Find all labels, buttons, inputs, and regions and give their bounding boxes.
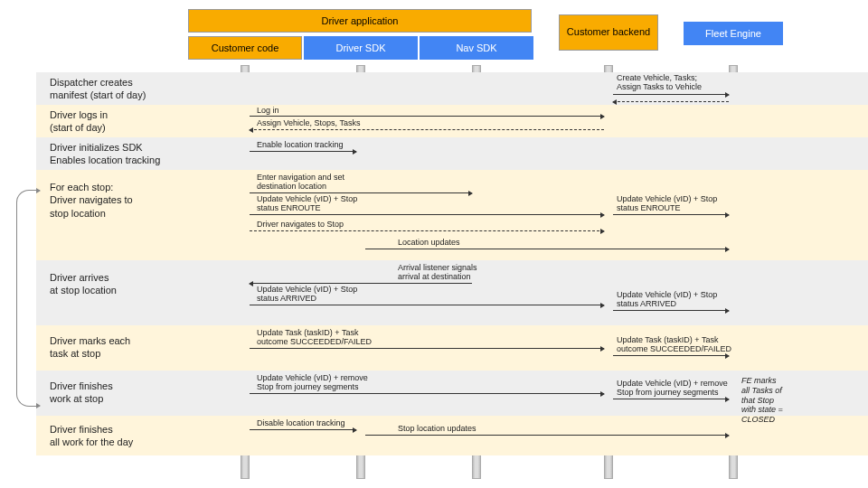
msg-navigates: Driver navigates to Stop (257, 221, 344, 230)
arrow-update-task2 (613, 355, 729, 356)
row-label-7: Driver finishes work at stop (50, 380, 113, 406)
msg-create-vehicle: Create Vehicle, Tasks; Assign Tasks to V… (617, 74, 702, 92)
arrow-update-arrived (250, 305, 604, 305)
msg-update-arrived: Update Vehicle (vID) + Stop status ARRIV… (257, 286, 357, 304)
msg-enter-nav: Enter navigation and set destination loc… (257, 174, 344, 192)
row-label-1: Dispatcher creates manifest (start of da… (50, 76, 146, 102)
header-customer-code: Customer code (188, 36, 302, 60)
arrow-update-enroute2 (613, 214, 729, 215)
msg-update-enroute: Update Vehicle (vID) + Stop status ENROU… (257, 195, 357, 213)
msg-disable-tracking: Disable location tracking (257, 419, 345, 428)
arrow-create-vehicle-return (613, 101, 729, 102)
fe-note: FE marks all Tasks of that Stop with sta… (741, 376, 796, 425)
msg-assign-vehicle: Assign Vehicle, Stops, Tasks (257, 119, 360, 128)
msg-arrival-listener: Arrival listener signals arrival at dest… (398, 264, 477, 282)
msg-update-enroute2: Update Vehicle (vID) + Stop status ENROU… (617, 195, 717, 213)
header-nav-sdk: Nav SDK (420, 36, 533, 60)
arrow-stop-loc-updates (365, 435, 729, 436)
msg-update-task: Update Task (taskID) + Task outcome SUCC… (257, 329, 372, 347)
row-label-4: For each stop: Driver navigates to stop … (50, 181, 133, 220)
arrow-enable-tracking (250, 151, 356, 152)
loop-indicator (16, 190, 40, 407)
header-driver-application: Driver application (188, 9, 532, 33)
row-label-2: Driver logs in (start of day) (50, 108, 108, 135)
arrow-enter-nav (250, 192, 472, 193)
arrow-assign-vehicle (250, 129, 604, 130)
arrow-remove-stop2 (613, 399, 729, 399)
header-fleet-engine: Fleet Engine (684, 22, 783, 45)
arrow-create-vehicle (613, 94, 729, 95)
row-label-5: Driver arrives at stop location (50, 271, 117, 297)
msg-remove-stop2: Update Vehicle (vID) + remove Stop from … (617, 380, 728, 398)
row-bg-1 (36, 72, 868, 105)
msg-update-arrived2: Update Vehicle (vID) + Stop status ARRIV… (617, 291, 717, 309)
arrow-arrival-listener (250, 283, 472, 284)
msg-update-task2: Update Task (taskID) + Task outcome SUCC… (617, 336, 731, 354)
msg-loc-updates: Location updates (398, 239, 460, 248)
header-customer-backend: Customer backend (559, 14, 658, 51)
arrow-update-arrived2 (613, 310, 729, 311)
row-label-6: Driver marks each task at stop (50, 334, 130, 361)
arrow-disable-tracking (250, 429, 356, 430)
msg-log-in: Log in (257, 107, 279, 116)
header-driver-sdk: Driver SDK (304, 36, 418, 60)
arrow-log-in (250, 116, 604, 117)
msg-enable-tracking: Enable location tracking (257, 141, 344, 150)
msg-stop-loc-updates: Stop location updates (398, 425, 476, 434)
row-label-3: Driver initializes SDK Enables location … (50, 141, 160, 167)
msg-remove-stop: Update Vehicle (vID) + remove Stop from … (257, 374, 368, 392)
arrow-update-task (250, 348, 604, 349)
row-label-8: Driver finishes all work for the day (50, 423, 133, 449)
arrow-remove-stop (250, 393, 604, 394)
row-bg-3 (36, 137, 868, 170)
row-bg-2 (36, 105, 868, 137)
arrow-navigates (250, 230, 604, 231)
arrow-loc-updates (365, 249, 729, 249)
arrow-update-enroute (250, 214, 604, 215)
